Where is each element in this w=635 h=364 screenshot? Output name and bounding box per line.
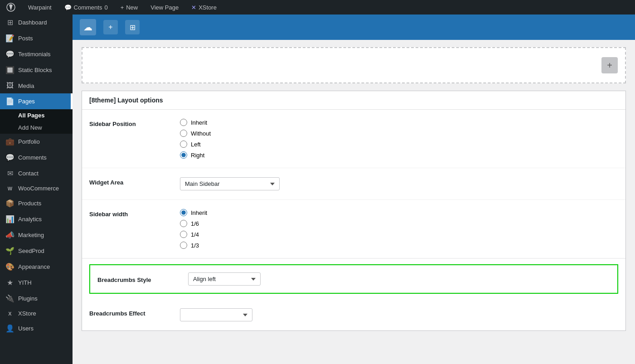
sidebar-label-contact: Contact (18, 170, 39, 177)
new-icon: + (121, 4, 124, 11)
appearance-icon: 🎨 (5, 262, 15, 271)
woocommerce-icon: W (5, 186, 15, 191)
breadcrumbs-effect-select[interactable]: Option 1 Option 2 (180, 308, 252, 321)
media-icon: 🖼 (5, 82, 15, 90)
breadcrumbs-style-highlighted: Breadcrumbs Style Align left Align cente… (89, 264, 618, 294)
sidebar-width-row: Sidebar width Inherit 1/6 (82, 200, 625, 258)
static-blocks-icon: 🔲 (5, 66, 15, 74)
breadcrumbs-effect-row: Breadcrumbs Effect Option 1 Option 2 (82, 299, 625, 330)
wp-logo-item[interactable] (4, 0, 18, 15)
sidebar-label-users: Users (18, 325, 34, 332)
sidebar-width-1-6[interactable]: 1/6 (180, 220, 618, 227)
sidebar-item-seedprod[interactable]: 🌱 SeedProd (0, 243, 73, 259)
site-name-item[interactable]: Warpaint (25, 0, 54, 15)
submenu-add-new[interactable]: Add New (0, 121, 73, 134)
wp-logo-icon (6, 3, 15, 12)
sidebar-position-inherit[interactable]: Inherit (180, 119, 618, 126)
breadcrumbs-style-wrapper: Breadcrumbs Style Align left Align cente… (82, 258, 625, 299)
sidebar-label-yith: YITH (18, 279, 32, 286)
submenu-all-pages[interactable]: All Pages (0, 109, 73, 121)
layout-options-section: [8theme] Layout options Sidebar Position… (82, 91, 626, 331)
widget-area-control: Main Sidebar Secondary Sidebar (180, 177, 618, 190)
breadcrumbs-effect-control: Option 1 Option 2 (180, 308, 618, 321)
sidebar-width-control: Inherit 1/6 1/4 (180, 209, 618, 249)
widget-area-label: Widget Area (89, 177, 180, 186)
sidebar-item-media[interactable]: 🖼 Media (0, 78, 73, 93)
sidebar-label-testimonials: Testimonials (18, 51, 51, 58)
sidebar-width-1-3[interactable]: 1/3 (180, 242, 618, 249)
sidebar-item-appearance[interactable]: 🎨 Appearance (0, 259, 73, 275)
add-block-area: + (82, 47, 626, 83)
sidebar-width-inherit[interactable]: Inherit (180, 209, 618, 216)
xstore-item[interactable]: ✕ XStore (189, 0, 219, 15)
sidebar-item-portfolio[interactable]: 💼 Portfolio (0, 134, 73, 150)
sidebar-item-comments[interactable]: 💬 Comments (0, 150, 73, 165)
xstore-label: XStore (199, 4, 217, 11)
sidebar-item-testimonials[interactable]: 💬 Testimonials (0, 46, 73, 62)
xstore-sidebar-icon: X (5, 311, 15, 316)
comments-sidebar-icon: 💬 (5, 153, 15, 162)
sidebar-item-users[interactable]: 👤 Users (0, 320, 73, 336)
comments-item[interactable]: 💬 Comments 0 (62, 0, 111, 15)
sidebar-item-posts[interactable]: 📝 Posts (0, 30, 73, 46)
page-content: + [8theme] Layout options Sidebar Positi… (73, 40, 635, 364)
sidebar-label-portfolio: Portfolio (18, 138, 40, 145)
breadcrumbs-style-label: Breadcrumbs Style (97, 275, 188, 283)
sidebar-position-right[interactable]: Right (180, 151, 618, 159)
sidebar-item-analytics[interactable]: 📊 Analytics (0, 211, 73, 227)
add-block-button[interactable]: + (601, 57, 618, 73)
comments-label: Comments (74, 4, 102, 11)
contact-icon: ✉ (5, 169, 15, 178)
sidebar-position-left[interactable]: Left (180, 141, 618, 148)
add-block-toolbar-button[interactable]: + (103, 20, 118, 34)
sidebar-label-seedprod: SeedProd (18, 248, 44, 254)
sidebar-item-dashboard[interactable]: ⊞ Dashboard (0, 15, 73, 30)
sidebar-label-media: Media (18, 83, 34, 89)
admin-bar: Warpaint 💬 Comments 0 + New View Page ✕ … (0, 0, 635, 15)
view-page-label: View Page (150, 4, 179, 11)
sidebar-label-static-blocks: Static Blocks (18, 67, 52, 73)
marketing-icon: 📣 (5, 231, 15, 239)
xstore-icon: ✕ (191, 4, 196, 11)
sidebar-position-without[interactable]: Without (180, 130, 618, 137)
sidebar-label-pages: Pages (18, 98, 35, 105)
pages-submenu: All Pages Add New (0, 109, 73, 134)
view-page-item[interactable]: View Page (148, 0, 181, 15)
sidebar-item-contact[interactable]: ✉ Contact (0, 165, 73, 181)
dashboard-icon: ⊞ (5, 18, 15, 27)
left-label: Left (191, 141, 201, 148)
breadcrumbs-style-row: Breadcrumbs Style Align left Align cente… (97, 272, 610, 286)
analytics-icon: 📊 (5, 215, 15, 223)
sidebar-label-marketing: Marketing (18, 232, 44, 238)
sidebar-width-1-4[interactable]: 1/4 (180, 231, 618, 238)
sidebar-width-label: Sidebar width (89, 209, 180, 218)
layout-section-title: [8theme] Layout options (82, 91, 625, 110)
sidebar-item-woocommerce[interactable]: W WooCommerce (0, 181, 73, 195)
breadcrumbs-style-select[interactable]: Align left Align center Align right (188, 272, 261, 286)
sidebar-position-radio-group: Inherit Without Left (180, 119, 618, 159)
comments-count: 0 (104, 4, 107, 11)
sidebar-width-radio-group: Inherit 1/6 1/4 (180, 209, 618, 249)
width-inherit-label: Inherit (191, 209, 207, 216)
products-icon: 📦 (5, 199, 15, 208)
content-area: ☁ + ⊞ + [8theme] Layout options Sidebar … (73, 15, 635, 364)
sidebar-item-static-blocks[interactable]: 🔲 Static Blocks (0, 62, 73, 78)
page-toolbar: ☁ + ⊞ (73, 15, 635, 40)
plugins-icon: 🔌 (5, 294, 15, 303)
sidebar-item-yith[interactable]: ★ YITH (0, 275, 73, 291)
new-item[interactable]: + New (118, 0, 141, 15)
without-label: Without (191, 130, 211, 137)
sidebar-item-products[interactable]: 📦 Products (0, 195, 73, 211)
widget-area-select[interactable]: Main Sidebar Secondary Sidebar (180, 177, 280, 190)
sidebar-label-xstore: XStore (18, 310, 36, 317)
seedprod-icon: 🌱 (5, 247, 15, 255)
sidebar-item-plugins[interactable]: 🔌 Plugins (0, 291, 73, 306)
sidebar-label-woocommerce: WooCommerce (18, 185, 59, 192)
sidebar-position-row: Sidebar Position Inherit Without (82, 110, 625, 168)
sidebar-item-xstore[interactable]: X XStore (0, 306, 73, 320)
layout-toolbar-button[interactable]: ⊞ (125, 20, 140, 34)
sidebar-item-marketing[interactable]: 📣 Marketing (0, 227, 73, 243)
sidebar-item-pages[interactable]: 📄 Pages (0, 93, 73, 109)
cloud-icon: ☁ (80, 19, 96, 35)
width-1-4-label: 1/4 (191, 231, 199, 238)
